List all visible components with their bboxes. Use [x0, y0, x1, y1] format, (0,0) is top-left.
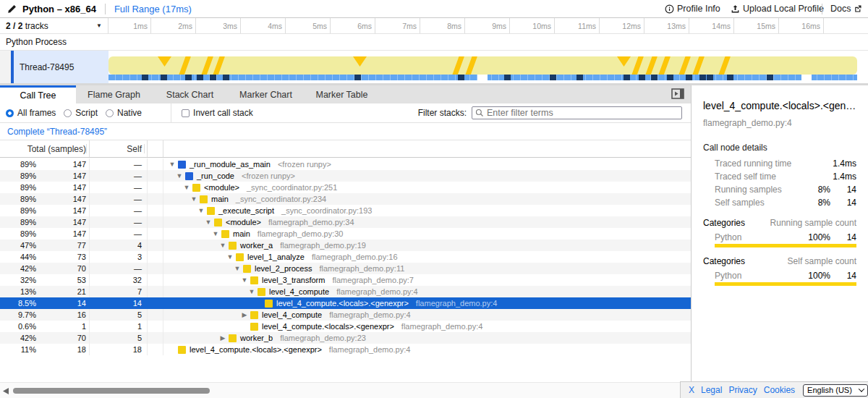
sidebar-toggle-icon[interactable] [671, 88, 684, 100]
sample-dark-mark [651, 75, 658, 80]
column-self[interactable]: Self [90, 140, 148, 157]
function-name: level_4_compute [262, 309, 322, 321]
ruler-tick: 3ms [196, 18, 241, 33]
edit-profile-name-icon[interactable] [7, 4, 17, 14]
call-tree-header: Total (samples) Self [0, 140, 691, 158]
call-tree-row[interactable]: 89%147—▼_execute_script_sync_coordinator… [0, 205, 691, 216]
detail-row: Traced running time1.4ms [715, 157, 856, 170]
expand-open-icon[interactable]: ▼ [182, 182, 191, 193]
thread-track-graph[interactable] [109, 51, 857, 83]
category-square-yellow [207, 207, 215, 215]
expand-open-icon[interactable]: ▼ [247, 286, 256, 297]
column-icon [148, 140, 163, 157]
tab-marker-table[interactable]: Marker Table [304, 85, 380, 103]
sample-dark-mark [686, 75, 692, 80]
detail-row: Self samples8%14 [715, 196, 856, 209]
category-square-yellow [250, 323, 258, 331]
samples-strip [109, 75, 857, 80]
breadcrumb-root[interactable]: Complete “Thread-78495” [7, 127, 107, 137]
expand-open-icon[interactable]: ▼ [226, 251, 234, 263]
expand-closed-icon[interactable]: ▶ [240, 309, 249, 321]
expand-open-icon[interactable]: ▼ [204, 216, 213, 228]
sample-dark-mark [504, 75, 511, 80]
call-tree-row[interactable]: 9.7%165▶level_4_computeflamegraph_demo.p… [0, 309, 691, 321]
panel-tabbar: Call TreeFlame GraphStack ChartMarker Ch… [0, 85, 691, 103]
breadcrumb: Complete “Thread-78495” [0, 123, 691, 140]
source-location: flamegraph_demo.py:4 [416, 297, 498, 309]
radio-native[interactable] [106, 109, 114, 117]
function-name: level_2_process [255, 263, 312, 274]
call-tree-row[interactable]: 13%217▼level_4_computeflamegraph_demo.py… [0, 286, 691, 297]
function-name: _execute_script [218, 205, 274, 216]
profile-info-button[interactable]: Profile Info [665, 0, 720, 17]
expand-open-icon[interactable]: ▼ [190, 193, 198, 205]
sample-dark-mark [210, 75, 216, 80]
full-range-link[interactable]: Full Range (17ms) [114, 4, 192, 14]
footer-bar: XLegalPrivacyCookies English (US) [680, 381, 868, 398]
call-tree-row[interactable]: 44%733▼level_1_analyzeflamegraph_demo.py… [0, 251, 691, 263]
call-tree-row[interactable]: 89%147—▼_run_code<frozen runpy> [0, 170, 691, 182]
expand-open-icon[interactable]: ▼ [175, 170, 184, 182]
tab-call-tree[interactable]: Call Tree [0, 85, 76, 103]
call-tree-row[interactable]: 47%774▼worker_aflamegraph_demo.py:19 [0, 240, 691, 251]
call-tree-row[interactable]: 89%147—▼<module>flamegraph_demo.py:34 [0, 216, 691, 228]
external-link-icon [854, 4, 862, 13]
call-tree-row[interactable]: 0.6%11level_4_compute.<locals>.<genexpr>… [0, 321, 691, 332]
sample-gap [477, 75, 488, 80]
category-square-yellow [200, 195, 208, 203]
jank-marker-icon [158, 56, 171, 67]
tab-flame-graph[interactable]: Flame Graph [76, 85, 152, 103]
docs-link[interactable]: Docs [830, 0, 862, 17]
thread-track-label[interactable]: Thread-78495 [0, 51, 109, 83]
column-total[interactable]: Total (samples) [0, 140, 90, 157]
scroll-left-arrow[interactable] [3, 388, 9, 394]
footer-link-cookies[interactable]: Cookies [764, 385, 795, 395]
source-location: flamegraph_demo.py:16 [312, 251, 398, 263]
scrollbar-thumb[interactable] [13, 388, 210, 394]
footer-link-privacy[interactable]: Privacy [728, 385, 757, 395]
call-tree-row[interactable]: 8.5%1414level_4_compute.<locals>.<genexp… [0, 297, 691, 309]
filter-stacks-input[interactable]: Enter filter terms [472, 106, 682, 119]
sample-dark-mark [161, 75, 167, 80]
ruler-tick: 5ms [286, 18, 331, 33]
radio-script[interactable] [64, 109, 72, 117]
footer-link-legal[interactable]: Legal [701, 385, 722, 395]
call-tree-row[interactable]: 11%1818level_4_compute.<locals>.<genexpr… [0, 344, 691, 355]
expand-open-icon[interactable]: ▼ [168, 158, 176, 170]
call-tree-row[interactable]: 89%147—▼_run_module_as_main<frozen runpy… [0, 158, 691, 170]
detail-row: Running samples8%14 [715, 183, 856, 196]
chevron-down-icon: ▼ [96, 22, 102, 29]
call-tree-row[interactable]: 32%5332▼level_3_transformflamegraph_demo… [0, 274, 691, 286]
horizontal-scrollbar [0, 382, 691, 398]
expand-closed-icon[interactable]: ▶ [218, 332, 227, 344]
expand-open-icon[interactable]: ▼ [233, 263, 242, 274]
invert-call-stack-checkbox[interactable] [182, 109, 190, 117]
call-tree-row[interactable]: 89%147—▼mainflamegraph_demo.py:30 [0, 228, 691, 240]
call-tree-row[interactable]: 89%147—▼main_sync_coordinator.py:234 [0, 193, 691, 205]
thread-track: Thread-78495 [0, 51, 868, 83]
source-location: flamegraph_demo.py:4 [336, 286, 418, 297]
function-name: worker_a [240, 240, 273, 251]
tracks-dropdown[interactable]: 2 / 2 tracks ▼ [0, 18, 109, 33]
upload-profile-button[interactable]: Upload Local Profile [731, 0, 824, 17]
tab-marker-chart[interactable]: Marker Chart [228, 85, 304, 103]
process-track-label[interactable]: Python Process [0, 34, 868, 51]
expand-open-icon[interactable]: ▼ [218, 240, 227, 251]
call-tree-row[interactable]: 42%70—▼level_2_processflamegraph_demo.py… [0, 263, 691, 274]
ruler-tick: 9ms [465, 18, 510, 33]
expand-open-icon[interactable]: ▼ [240, 274, 249, 286]
radio-all-frames[interactable] [6, 109, 14, 117]
expand-open-icon[interactable]: ▼ [211, 228, 220, 240]
tab-stack-chart[interactable]: Stack Chart [152, 85, 228, 103]
category-bar [715, 282, 856, 286]
call-tree-row[interactable]: 89%147—▼<module>_sync_coordinator.py:251 [0, 182, 691, 193]
sidebar: level_4_compute.<locals>.<genexpr> flame… [691, 85, 868, 398]
footer-link-x[interactable]: X [689, 385, 694, 395]
source-location: flamegraph_demo.py:23 [280, 332, 366, 344]
call-tree-row[interactable]: 42%705▶worker_bflamegraph_demo.py:23 [0, 332, 691, 344]
source-location: flamegraph_demo.py:4 [329, 344, 411, 355]
call-node-details-heading: Call node details [703, 143, 856, 153]
function-name: _run_code [197, 170, 234, 182]
expand-open-icon[interactable]: ▼ [197, 205, 205, 216]
language-select[interactable]: English (US) [803, 384, 868, 397]
